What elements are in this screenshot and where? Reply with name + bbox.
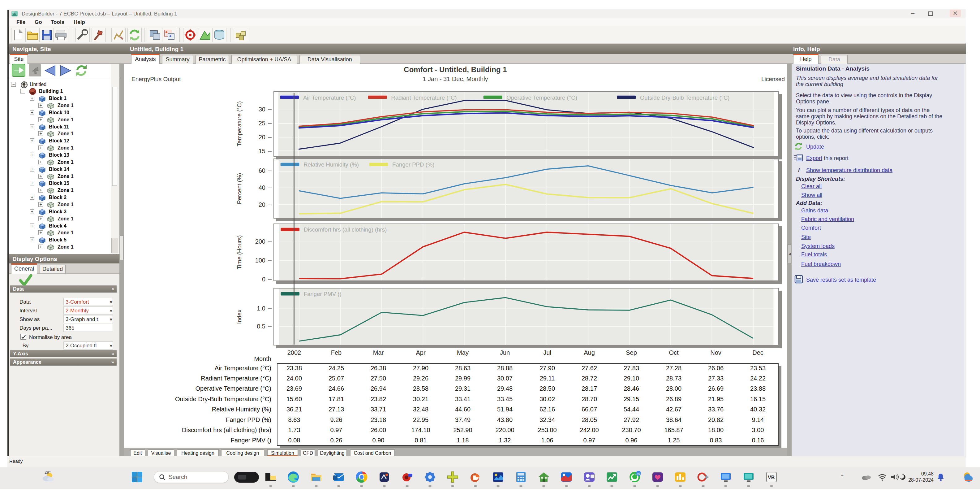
svg-text:Relative Humidity (%): Relative Humidity (%) [304, 161, 359, 168]
svg-text:Radiant Temperature (°C): Radiant Temperature (°C) [391, 94, 457, 101]
svg-text:Fanger PPD (%): Fanger PPD (%) [392, 161, 434, 168]
svg-text:Air Temperature (°C): Air Temperature (°C) [303, 94, 356, 101]
svg-text:29°: 29° [45, 470, 51, 474]
svg-text:99: 99 [637, 472, 640, 475]
svg-text:VB: VB [768, 475, 775, 480]
svg-text:Operative Temperature (°C): Operative Temperature (°C) [506, 94, 577, 101]
svg-text:Discomfort hrs (all clothing): Discomfort hrs (all clothing) (hrs) [304, 226, 387, 233]
svg-text:Fanger PMV (): Fanger PMV () [304, 291, 342, 297]
svg-text:Outside Dry-Bulb Temperature (: Outside Dry-Bulb Temperature (°C) [640, 94, 730, 101]
